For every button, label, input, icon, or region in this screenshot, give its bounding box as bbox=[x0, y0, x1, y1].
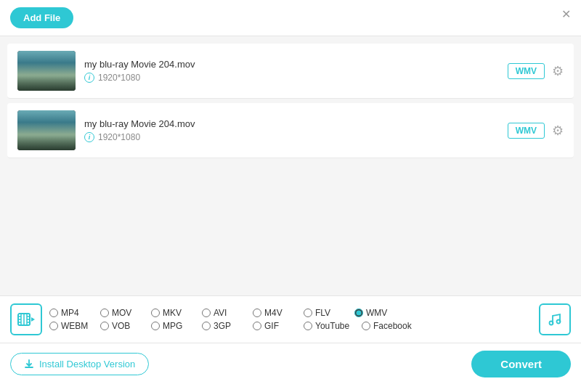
film-icon bbox=[17, 312, 35, 327]
format-option-3gp[interactable]: 3GP bbox=[202, 321, 253, 331]
format-option-wmv[interactable]: WMV bbox=[354, 308, 405, 318]
install-button[interactable]: Install Desktop Version bbox=[10, 353, 149, 375]
header: Add File ✕ bbox=[0, 0, 581, 36]
radio-gif[interactable] bbox=[253, 322, 261, 330]
format-row-2: WEBM VOB MPG 3GP GIF YouTube bbox=[49, 321, 532, 331]
main-content: my blu-ray Movie 204.mov i 1920*1080 WMV… bbox=[0, 36, 581, 385]
file-name: my blu-ray Movie 204.mov bbox=[84, 118, 508, 129]
file-item: my blu-ray Movie 204.mov i 1920*1080 WMV… bbox=[7, 44, 574, 99]
radio-m4v[interactable] bbox=[253, 309, 261, 317]
file-info: my blu-ray Movie 204.mov i 1920*1080 bbox=[84, 59, 508, 83]
radio-mpg[interactable] bbox=[151, 322, 160, 330]
settings-icon[interactable]: ⚙ bbox=[552, 123, 564, 139]
format-option-mov[interactable]: MOV bbox=[100, 308, 151, 318]
format-option-youtube[interactable]: YouTube bbox=[304, 321, 362, 331]
file-name: my blu-ray Movie 204.mov bbox=[84, 59, 508, 70]
video-format-icon[interactable] bbox=[10, 303, 42, 335]
format-option-mkv[interactable]: MKV bbox=[151, 308, 202, 318]
format-option-mpg[interactable]: MPG bbox=[151, 321, 202, 331]
download-icon bbox=[24, 359, 34, 369]
file-info: my blu-ray Movie 204.mov i 1920*1080 bbox=[84, 118, 508, 142]
file-thumbnail bbox=[17, 110, 76, 150]
format-option-flv[interactable]: FLV bbox=[304, 308, 354, 318]
settings-icon[interactable]: ⚙ bbox=[552, 63, 564, 79]
radio-youtube[interactable] bbox=[304, 322, 312, 330]
format-option-avi[interactable]: AVI bbox=[202, 308, 253, 318]
file-resolution: 1920*1080 bbox=[98, 73, 140, 83]
install-label: Install Desktop Version bbox=[39, 359, 135, 369]
file-actions: WMV ⚙ bbox=[508, 63, 564, 79]
file-resolution: 1920*1080 bbox=[98, 132, 140, 142]
file-list: my blu-ray Movie 204.mov i 1920*1080 WMV… bbox=[0, 36, 581, 295]
radio-mkv[interactable] bbox=[151, 309, 160, 317]
radio-wmv[interactable] bbox=[354, 309, 363, 317]
format-option-mp4[interactable]: MP4 bbox=[49, 308, 100, 318]
format-row-1: MP4 MOV MKV AVI M4V FLV WM bbox=[49, 308, 532, 318]
svg-point-11 bbox=[550, 322, 553, 325]
info-icon: i bbox=[84, 73, 94, 83]
radio-3gp[interactable] bbox=[202, 322, 211, 330]
format-option-gif[interactable]: GIF bbox=[253, 321, 304, 331]
audio-format-icon[interactable] bbox=[539, 303, 571, 335]
file-thumbnail bbox=[17, 51, 76, 91]
format-badge[interactable]: WMV bbox=[508, 63, 545, 79]
format-option-webm[interactable]: WEBM bbox=[49, 321, 100, 331]
footer: Install Desktop Version Convert bbox=[0, 343, 581, 385]
info-icon: i bbox=[84, 132, 94, 142]
music-note-icon bbox=[547, 311, 563, 327]
add-file-button[interactable]: Add File bbox=[10, 7, 73, 28]
file-item: my blu-ray Movie 204.mov i 1920*1080 WMV… bbox=[7, 103, 574, 158]
format-option-m4v[interactable]: M4V bbox=[253, 308, 304, 318]
radio-webm[interactable] bbox=[49, 322, 58, 330]
format-options-grid: MP4 MOV MKV AVI M4V FLV WM bbox=[49, 308, 532, 331]
format-selector: MP4 MOV MKV AVI M4V FLV WM bbox=[0, 295, 581, 343]
svg-point-12 bbox=[557, 320, 561, 324]
radio-facebook[interactable] bbox=[362, 322, 370, 330]
svg-marker-10 bbox=[31, 317, 35, 322]
radio-mp4[interactable] bbox=[49, 309, 58, 317]
file-meta: i 1920*1080 bbox=[84, 132, 508, 142]
radio-avi[interactable] bbox=[202, 309, 211, 317]
convert-button[interactable]: Convert bbox=[471, 351, 571, 377]
radio-flv[interactable] bbox=[304, 309, 312, 317]
format-option-vob[interactable]: VOB bbox=[100, 321, 151, 331]
file-actions: WMV ⚙ bbox=[508, 123, 564, 139]
radio-mov[interactable] bbox=[100, 309, 109, 317]
file-meta: i 1920*1080 bbox=[84, 73, 508, 83]
format-badge[interactable]: WMV bbox=[508, 123, 545, 139]
format-option-facebook[interactable]: Facebook bbox=[362, 321, 420, 331]
radio-vob[interactable] bbox=[100, 322, 109, 330]
close-button[interactable]: ✕ bbox=[561, 7, 571, 21]
